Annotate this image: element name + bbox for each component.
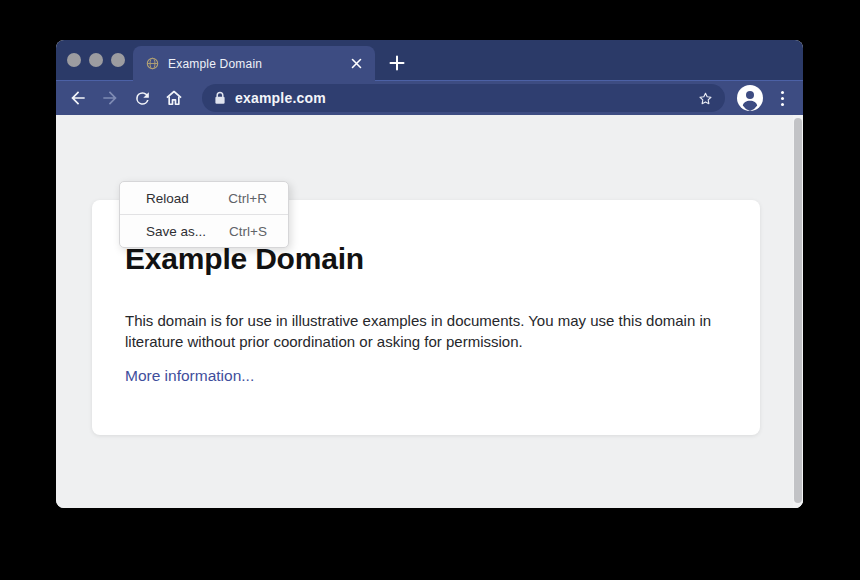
url-text: example.com [235,90,693,106]
reload-button[interactable] [128,84,156,112]
house-icon [164,88,184,108]
avatar-person-icon [737,85,763,111]
more-information-link[interactable]: More information... [125,367,254,385]
padlock-icon [214,91,226,105]
menu-item-label: Save as... [146,224,206,239]
menu-item-reload[interactable]: Reload Ctrl+R [120,182,288,214]
address-bar[interactable]: example.com [202,84,725,112]
new-tab-button[interactable] [384,50,410,76]
menu-item-label: Reload [146,191,189,206]
browser-window: Example Domain [56,40,803,508]
context-menu: Reload Ctrl+R Save as... Ctrl+S [119,181,289,248]
bookmark-star-button[interactable] [693,86,717,110]
profile-button[interactable] [737,85,763,111]
menu-item-shortcut: Ctrl+S [229,224,267,239]
refresh-icon [133,89,152,108]
back-button[interactable] [64,84,92,112]
scrollbar-thumb[interactable] [794,118,802,503]
globe-icon [146,57,159,70]
arrow-left-icon [68,88,88,108]
arrow-right-icon [100,88,120,108]
home-button[interactable] [160,84,188,112]
maximize-window-button[interactable] [111,53,125,67]
plus-icon [389,55,405,71]
traffic-lights [67,53,125,67]
minimize-window-button[interactable] [89,53,103,67]
tab-title: Example Domain [168,57,347,71]
toolbar: example.com [56,80,803,115]
page-paragraph: This domain is for use in illustrative e… [125,310,713,352]
tab-example-domain[interactable]: Example Domain [133,46,375,81]
page-viewport: Example Domain This domain is for use in… [56,115,803,508]
forward-button[interactable] [96,84,124,112]
close-icon[interactable] [347,55,365,73]
scrollbar-track [793,115,803,508]
menu-item-shortcut: Ctrl+R [228,191,267,206]
menu-item-save-as[interactable]: Save as... Ctrl+S [120,215,288,247]
titlebar: Example Domain [56,40,803,80]
close-window-button[interactable] [67,53,81,67]
kebab-menu-icon[interactable] [771,85,793,111]
star-outline-icon [697,90,714,107]
